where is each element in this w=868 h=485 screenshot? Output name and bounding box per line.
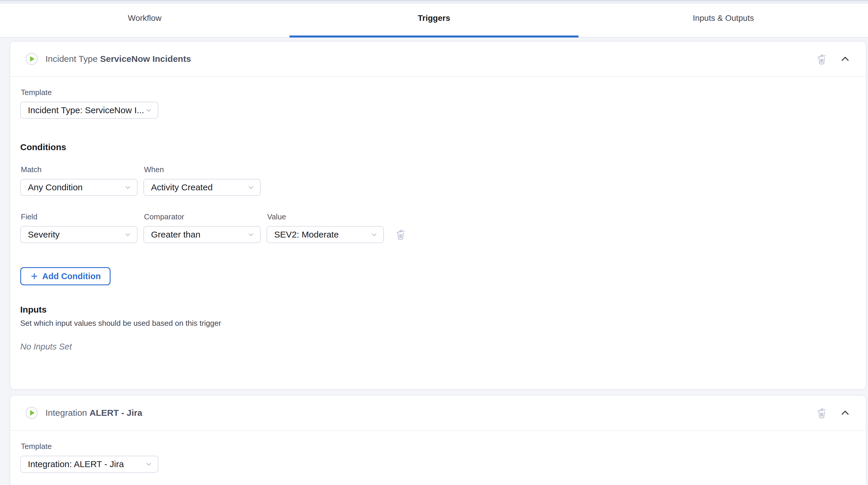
field-select[interactable]: Severity bbox=[20, 226, 137, 243]
plus-icon bbox=[30, 272, 39, 281]
when-select[interactable]: Activity Created bbox=[144, 179, 261, 196]
trigger-card-incident-type: Incident Type ServiceNow Incidents bbox=[10, 41, 867, 390]
chevron-down-icon bbox=[370, 231, 378, 238]
triggers-page: Workflow Triggers Inputs & Outputs bbox=[0, 0, 868, 485]
trash-icon bbox=[394, 228, 407, 241]
chevron-down-icon bbox=[145, 460, 153, 468]
delete-trigger-button[interactable] bbox=[815, 406, 829, 420]
add-condition-button[interactable]: Add Condition bbox=[20, 267, 111, 285]
template-select[interactable]: Incident Type: ServiceNow I... bbox=[20, 102, 158, 119]
trigger-enabled-play-icon bbox=[26, 407, 38, 419]
inputs-empty-text: No Inputs Set bbox=[20, 342, 854, 352]
trash-icon bbox=[815, 52, 829, 66]
tab-triggers[interactable]: Triggers bbox=[289, 4, 579, 37]
trigger-card-title: Integration ALERT - Jira bbox=[45, 408, 142, 418]
trigger-name: ALERT - Jira bbox=[89, 408, 142, 418]
condition-row: Field Severity Comparator Greater than bbox=[20, 212, 854, 243]
chevron-down-icon bbox=[145, 107, 153, 114]
trigger-type-label: Incident Type bbox=[45, 54, 98, 64]
comparator-label: Comparator bbox=[144, 212, 261, 221]
template-label: Template bbox=[21, 88, 854, 97]
condition-comparator: Comparator Greater than bbox=[144, 212, 261, 243]
when-select-value: Activity Created bbox=[151, 182, 213, 192]
conditions-match-row: Match Any Condition When Activity Create… bbox=[20, 165, 854, 196]
chevron-up-icon bbox=[840, 53, 851, 64]
template-select-value: Incident Type: ServiceNow I... bbox=[28, 105, 144, 115]
tab-workflow[interactable]: Workflow bbox=[0, 4, 289, 37]
tab-workflow-label: Workflow bbox=[128, 13, 162, 23]
collapse-trigger-button[interactable] bbox=[840, 53, 851, 64]
chevron-down-icon bbox=[247, 184, 255, 191]
trash-icon bbox=[815, 406, 829, 420]
field-select-value: Severity bbox=[28, 230, 60, 240]
when-label: When bbox=[144, 165, 261, 174]
trigger-enabled-play-icon bbox=[26, 53, 38, 65]
inputs-description: Set which input values should be used ba… bbox=[20, 319, 854, 328]
match-label: Match bbox=[21, 165, 137, 174]
template-select-value: Integration: ALERT - Jira bbox=[28, 459, 124, 469]
inputs-heading: Inputs bbox=[20, 305, 854, 315]
header-actions bbox=[815, 406, 851, 420]
value-select-value: SEV2: Moderate bbox=[274, 230, 339, 240]
template-label: Template bbox=[21, 442, 854, 451]
trigger-card-body: Template Integration: ALERT - Jira bbox=[10, 431, 866, 473]
add-condition-label: Add Condition bbox=[42, 272, 101, 281]
when-field: When Activity Created bbox=[144, 165, 261, 196]
match-field: Match Any Condition bbox=[20, 165, 137, 196]
conditions-heading: Conditions bbox=[20, 142, 854, 152]
tab-bar: Workflow Triggers Inputs & Outputs bbox=[0, 4, 868, 37]
value-label: Value bbox=[267, 212, 384, 221]
match-select-value: Any Condition bbox=[28, 182, 83, 192]
condition-field: Field Severity bbox=[20, 212, 137, 243]
chevron-down-icon bbox=[247, 231, 255, 238]
field-label: Field bbox=[21, 212, 137, 221]
match-select[interactable]: Any Condition bbox=[20, 179, 137, 196]
tab-inputs-outputs[interactable]: Inputs & Outputs bbox=[579, 4, 868, 37]
trigger-card-title: Incident Type ServiceNow Incidents bbox=[45, 54, 191, 64]
delete-condition-button[interactable] bbox=[394, 228, 407, 241]
chevron-up-icon bbox=[840, 407, 851, 419]
top-divider-strip bbox=[0, 0, 868, 4]
tab-triggers-label: Triggers bbox=[418, 13, 450, 23]
template-select[interactable]: Integration: ALERT - Jira bbox=[20, 456, 158, 473]
trigger-card-body: Template Incident Type: ServiceNow I... … bbox=[10, 77, 866, 389]
chevron-down-icon bbox=[124, 231, 132, 238]
trigger-type-label: Integration bbox=[45, 408, 87, 418]
comparator-select[interactable]: Greater than bbox=[144, 226, 261, 243]
active-tab-underline bbox=[289, 35, 579, 37]
trigger-card-header: Integration ALERT - Jira bbox=[10, 396, 866, 430]
trigger-card-header: Incident Type ServiceNow Incidents bbox=[10, 42, 866, 76]
trigger-card-integration: Integration ALERT - Jira bbox=[10, 395, 867, 485]
trigger-name: ServiceNow Incidents bbox=[100, 54, 191, 64]
value-select[interactable]: SEV2: Moderate bbox=[267, 226, 384, 243]
condition-value: Value SEV2: Moderate bbox=[267, 212, 384, 243]
header-actions bbox=[815, 52, 851, 66]
triggers-list: Incident Type ServiceNow Incidents bbox=[0, 37, 868, 485]
collapse-trigger-button[interactable] bbox=[840, 407, 851, 419]
tab-inputs-outputs-label: Inputs & Outputs bbox=[693, 13, 754, 23]
comparator-select-value: Greater than bbox=[151, 230, 200, 240]
delete-trigger-button[interactable] bbox=[815, 52, 829, 66]
chevron-down-icon bbox=[124, 184, 132, 191]
